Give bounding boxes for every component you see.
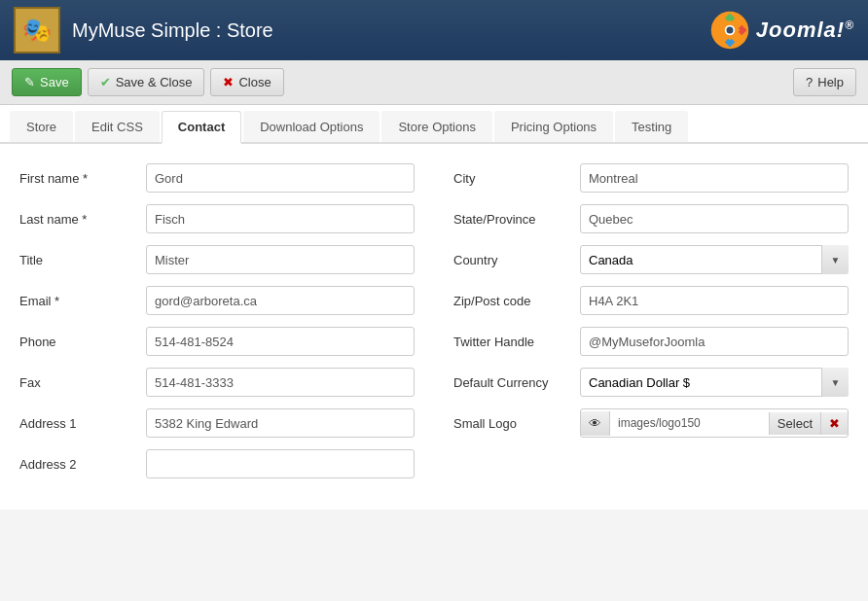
currency-row: Default Currency Canadian Dollar $ US Do…	[453, 368, 849, 397]
currency-label: Default Currency	[453, 375, 580, 390]
close-button[interactable]: ✖ Close	[210, 68, 283, 96]
phone-row: Phone	[19, 327, 415, 356]
logo-path-text: images/logo150	[610, 416, 769, 430]
svg-point-2	[726, 27, 733, 34]
first-name-row: First name *	[19, 163, 415, 193]
small-logo-row: Small Logo 👁 images/logo150 Select ✖	[453, 408, 849, 438]
last-name-row: Last name *	[19, 204, 415, 233]
form-right-column: City State/Province Country Canada Unite…	[453, 163, 849, 490]
first-name-label: First name *	[19, 171, 146, 186]
logo-select-button[interactable]: Select	[769, 412, 820, 435]
app-title: MyMuse Simple : Store	[72, 19, 273, 42]
currency-select-wrapper: Canadian Dollar $ US Dollar $ Euro € ▼	[580, 368, 849, 397]
last-name-label: Last name *	[19, 212, 146, 227]
fax-row: Fax	[19, 368, 415, 397]
tab-store-options[interactable]: Store Options	[381, 111, 492, 142]
tabs-bar: Store Edit CSS Contact Download Options …	[0, 105, 868, 144]
title-label: Title	[19, 253, 146, 267]
tab-pricing-options[interactable]: Pricing Options	[494, 111, 613, 142]
close-icon: ✖	[223, 75, 234, 89]
twitter-row: Twitter Handle	[453, 327, 849, 356]
country-row: Country Canada United States Other ▼	[453, 245, 849, 274]
tab-contact[interactable]: Contact	[162, 111, 241, 144]
joomla-icon	[709, 10, 750, 51]
save-icon: ✎	[24, 75, 35, 89]
toolbar: ✎ Save ✔ Save & Close ✖ Close ? Help	[0, 60, 868, 105]
small-logo-field: 👁 images/logo150 Select ✖	[580, 408, 849, 438]
logo-icon: 🎭	[22, 17, 52, 44]
country-label: Country	[453, 253, 580, 267]
form-left-column: First name * Last name * Title Email * P…	[19, 163, 415, 490]
toolbar-right: ? Help	[793, 68, 856, 96]
help-button[interactable]: ? Help	[793, 68, 856, 96]
help-icon: ?	[806, 75, 813, 89]
title-input[interactable]	[146, 245, 415, 274]
country-select-wrapper: Canada United States Other ▼	[580, 245, 849, 274]
city-row: City	[453, 163, 849, 193]
tab-download-options[interactable]: Download Options	[243, 111, 380, 142]
toolbar-left: ✎ Save ✔ Save & Close ✖ Close	[12, 68, 284, 96]
city-label: City	[453, 171, 580, 186]
state-input[interactable]	[580, 204, 849, 233]
state-row: State/Province	[453, 204, 849, 233]
city-input[interactable]	[580, 163, 849, 193]
app-logo: 🎭	[14, 7, 60, 53]
header-left: 🎭 MyMuse Simple : Store	[14, 7, 273, 53]
zipcode-input[interactable]	[580, 286, 849, 315]
logo-preview-button[interactable]: 👁	[581, 411, 610, 436]
app-header: 🎭 MyMuse Simple : Store Joomla!®	[0, 0, 868, 60]
address2-label: Address 2	[19, 457, 146, 472]
joomla-text: Joomla!®	[756, 18, 854, 43]
check-icon: ✔	[100, 75, 111, 89]
address1-row: Address 1	[19, 408, 415, 438]
email-label: Email *	[19, 294, 146, 308]
first-name-input[interactable]	[146, 163, 415, 193]
tab-edit-css[interactable]: Edit CSS	[75, 111, 160, 142]
small-logo-label: Small Logo	[453, 416, 580, 431]
address2-input[interactable]	[146, 449, 415, 478]
twitter-input[interactable]	[580, 327, 849, 356]
logo-clear-button[interactable]: ✖	[820, 412, 848, 435]
address2-row: Address 2	[19, 449, 415, 478]
zipcode-label: Zip/Post code	[453, 294, 580, 308]
email-input[interactable]	[146, 286, 415, 315]
tab-store[interactable]: Store	[10, 111, 73, 142]
joomla-branding: Joomla!®	[709, 10, 854, 51]
last-name-input[interactable]	[146, 204, 415, 233]
eye-icon: 👁	[589, 416, 601, 431]
country-select[interactable]: Canada United States Other	[580, 245, 849, 274]
title-row: Title	[19, 245, 415, 274]
phone-label: Phone	[19, 335, 146, 349]
state-label: State/Province	[453, 212, 580, 227]
phone-input[interactable]	[146, 327, 415, 356]
address1-label: Address 1	[19, 416, 146, 431]
email-row: Email *	[19, 286, 415, 315]
currency-select[interactable]: Canadian Dollar $ US Dollar $ Euro €	[580, 368, 849, 397]
fax-input[interactable]	[146, 368, 415, 397]
zipcode-row: Zip/Post code	[453, 286, 849, 315]
fax-label: Fax	[19, 375, 146, 390]
tab-testing[interactable]: Testing	[615, 111, 688, 142]
twitter-label: Twitter Handle	[453, 335, 580, 349]
main-content: First name * Last name * Title Email * P…	[0, 144, 868, 510]
address1-input[interactable]	[146, 408, 415, 438]
save-close-button[interactable]: ✔ Save & Close	[88, 68, 205, 96]
save-button[interactable]: ✎ Save	[12, 68, 82, 96]
form-layout: First name * Last name * Title Email * P…	[19, 163, 849, 490]
